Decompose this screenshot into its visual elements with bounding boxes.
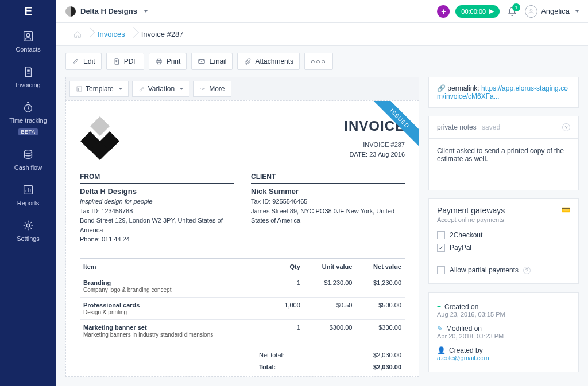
meta-panel: +Created on Aug 23, 2016, 03:15 PM ✎Modi… [428, 292, 579, 372]
sidebar-label: Invoicing [16, 81, 40, 88]
sidebar-item-settings[interactable]: Settings [0, 212, 56, 248]
from-address: Bond Street 129, London W2 3PY, United S… [80, 216, 234, 235]
email-icon [198, 57, 206, 65]
status-ribbon [367, 101, 419, 153]
svg-rect-8 [157, 59, 160, 60]
plus-icon: + [437, 303, 441, 311]
workspace-switcher[interactable]: Delta H Designs [65, 6, 148, 17]
variation-dropdown[interactable]: Variation [132, 81, 189, 97]
pdf-button[interactable]: PDF [106, 53, 144, 70]
col-item: Item [80, 258, 272, 275]
chevron-down-icon [144, 10, 148, 13]
svg-point-3 [25, 150, 32, 154]
avatar-icon [525, 5, 537, 18]
totals: Net total:$2,030.00 Total:$2,030.00 [256, 349, 405, 373]
chevron-down-icon [180, 88, 183, 90]
add-button[interactable]: + [437, 5, 450, 18]
more-actions-button[interactable]: ○○○ [304, 53, 333, 70]
created-on-label: Created on [444, 303, 478, 311]
topbar: Delta H Designs + 00:00:00 ▶ 1 Angelica [56, 0, 588, 23]
created-by-value[interactable]: a.cole@gmail.com [437, 354, 570, 361]
reports-icon [22, 184, 34, 196]
email-button[interactable]: Email [191, 53, 233, 70]
svg-point-12 [202, 88, 204, 90]
from-phone: Phone: 011 44 24 [80, 235, 234, 244]
gateways-title: Payment gateways [437, 206, 505, 215]
checkbox-icon [437, 266, 445, 274]
invoicing-icon [22, 65, 34, 78]
breadcrumb: Invoices Invoice #287 [56, 23, 588, 46]
gateway-paypal[interactable]: ✓PayPal [437, 241, 570, 254]
client-taxid: Tax ID: 9255546465 [251, 197, 405, 206]
table-row: Marketing banner setMarketing banners in… [80, 319, 405, 342]
breadcrumb-current: Invoice #287 [133, 26, 192, 42]
user-menu[interactable]: Angelica [525, 5, 579, 18]
pencil-icon: ✎ [437, 325, 443, 333]
from-taxid: Tax ID: 123456788 [80, 206, 234, 216]
company-logo [80, 118, 120, 158]
stopwatch-icon [22, 101, 34, 114]
print-icon [155, 57, 163, 65]
table-row: Professional cardsDesign & printing 1,00… [80, 297, 405, 319]
sidebar-label: Settings [17, 235, 40, 242]
gear-icon [22, 219, 34, 232]
checkbox-icon [437, 231, 445, 239]
chevron-down-icon [575, 10, 579, 13]
help-icon[interactable]: ? [562, 123, 570, 131]
card-icon: 💳 [562, 206, 570, 214]
sidebar-item-reports[interactable]: Reports [0, 177, 56, 212]
gateways-panel: Payment gateways Accept online payments … [428, 198, 579, 284]
help-icon[interactable]: ? [523, 267, 531, 274]
created-by-label: Created by [449, 346, 483, 354]
action-bar: Edit PDF Print Email Attachments ○○○ [56, 46, 588, 77]
svg-rect-9 [157, 62, 160, 64]
pencil-icon [72, 57, 80, 65]
svg-point-6 [530, 9, 532, 11]
sidebar: E Contacts Invoicing Time tracking BETA … [0, 0, 56, 386]
sidebar-item-timetracking[interactable]: Time tracking BETA [0, 94, 56, 141]
notes-header: private notes saved ? [428, 116, 579, 139]
gear-icon [199, 85, 206, 92]
beta-badge: BETA [18, 128, 38, 135]
line-items-table: Item Qty Unit value Net value BrandingCo… [80, 258, 405, 342]
col-net: Net value [355, 258, 405, 275]
timer-button[interactable]: 00:00:00 ▶ [455, 5, 500, 18]
notifications-button[interactable]: 1 [505, 5, 519, 18]
allow-partial[interactable]: Allow partial payments ? [437, 264, 570, 276]
attachments-button[interactable]: Attachments [237, 53, 300, 70]
timer-value: 00:00:00 [461, 8, 486, 15]
table-row: BrandingCompany logo & branding concept … [80, 275, 405, 297]
svg-rect-10 [199, 60, 205, 64]
app-logo[interactable]: E [0, 0, 56, 23]
from-tagline: Inspired design for people [80, 197, 234, 206]
gateways-subtitle: Accept online payments [437, 216, 505, 223]
col-qty: Qty [272, 258, 303, 275]
home-icon [74, 30, 82, 38]
col-unit: Unit value [304, 258, 356, 275]
sidebar-item-contacts[interactable]: Contacts [0, 23, 56, 59]
edit-button[interactable]: Edit [65, 53, 102, 70]
user-icon: 👤 [437, 346, 446, 354]
sidebar-item-cashflow[interactable]: Cash flow [0, 141, 56, 177]
workspace-name: Delta H Designs [80, 7, 137, 15]
from-heading: FROM [80, 173, 234, 184]
breadcrumb-invoices[interactable]: Invoices [90, 26, 133, 42]
svg-rect-0 [24, 32, 33, 41]
svg-rect-11 [77, 87, 82, 91]
notes-body[interactable]: Client asked to send a printed copy of t… [428, 139, 579, 190]
gateway-2checkout[interactable]: 2Checkout [437, 229, 570, 241]
checkbox-icon: ✓ [437, 244, 445, 252]
notification-count: 1 [512, 3, 520, 11]
template-dropdown[interactable]: Template [69, 81, 129, 97]
client-heading: CLIENT [251, 173, 405, 184]
print-button[interactable]: Print [149, 53, 187, 70]
notes-status: saved [482, 123, 500, 131]
template-icon [76, 85, 83, 92]
workspace-logo [65, 6, 76, 17]
link-icon: 🔗 [437, 84, 446, 92]
created-on-value: Aug 23, 2016, 03:15 PM [437, 311, 570, 318]
client-address: James Street 89, NYC PO38 0JE New York, … [251, 206, 405, 225]
more-dropdown[interactable]: More [193, 81, 231, 97]
sidebar-item-invoicing[interactable]: Invoicing [0, 59, 56, 94]
sidebar-label: Contacts [16, 46, 40, 53]
